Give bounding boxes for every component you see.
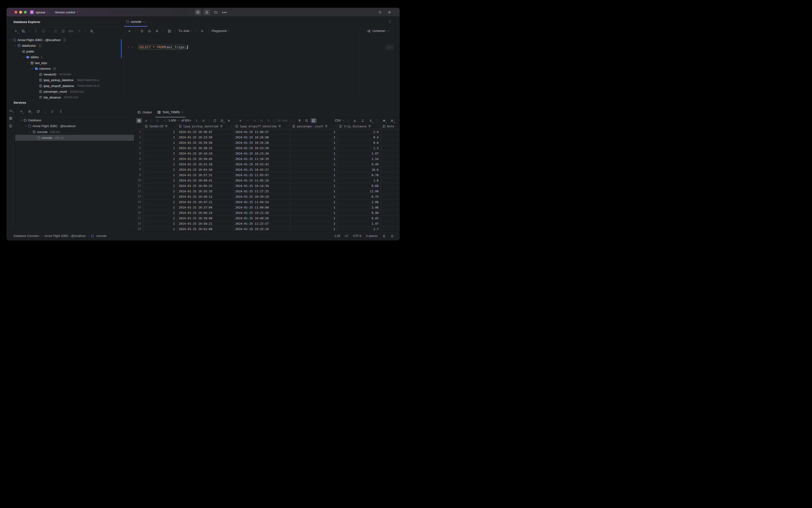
chevron-down-icon[interactable] <box>14 45 16 47</box>
grid-cell[interactable]: 2024-01-25 10:21:26 <box>234 210 291 215</box>
table-row[interactable]: 1722024-01-25 10:39:402024-01-25 10:49:5… <box>135 216 400 221</box>
filter-funnel-icon[interactable] <box>278 125 281 128</box>
grid-cell[interactable]: 2024-01-25 10:58:45 <box>177 156 234 161</box>
table-row[interactable]: 522024-01-25 10:10:242024-01-25 10:23:36… <box>135 151 400 156</box>
find-button[interactable] <box>304 118 310 123</box>
minimize-window-button[interactable] <box>19 11 22 13</box>
tree-item[interactable]: tpep_pickup_datetimeTIMESTAMP(26,6) <box>7 77 122 83</box>
caret-position[interactable]: 1:26 <box>334 234 340 238</box>
grid-cell[interactable]: 2024-01-25 10:40:41 <box>177 178 234 183</box>
code-line[interactable]: 1 SELECT * FROM taxi_trips; <box>123 44 188 50</box>
grid-cell[interactable]: 2024-01-25 11:27:25 <box>234 188 291 194</box>
chevron-down-icon[interactable] <box>25 125 27 127</box>
filter-funnel-icon[interactable] <box>324 125 328 128</box>
tree-item[interactable]: taxi_trips <box>7 60 122 66</box>
table-row[interactable]: 412024-01-25 10:38:322024-01-25 10:53:20… <box>135 145 400 151</box>
grid-cell[interactable]: 1 <box>291 145 337 151</box>
grid-cell[interactable] <box>381 205 400 210</box>
grid-cell[interactable]: 1 <box>143 135 177 140</box>
grid-cell[interactable]: 2 <box>143 221 177 226</box>
grid-cell[interactable]: 1.07 <box>337 151 381 156</box>
table-row[interactable]: 722024-01-25 10:31:282024-01-25 10:55:43… <box>135 162 400 167</box>
grid-cell[interactable]: 2024-01-25 11:03:07 <box>234 172 291 177</box>
code-editor[interactable]: 1 SELECT * FROM taxi_trips; <box>123 35 400 98</box>
view-options-button[interactable] <box>27 109 33 115</box>
grid-column-header[interactable]: Rate <box>381 123 400 129</box>
stop-button[interactable] <box>199 28 205 34</box>
grid-cell[interactable]: 2024-01-25 10:47:21 <box>177 199 234 205</box>
grid-cell[interactable]: 1 <box>291 151 337 156</box>
history-button[interactable] <box>139 28 145 34</box>
table-row[interactable]: 1822024-01-25 10:58:212024-01-25 11:23:5… <box>135 221 400 226</box>
grid-cell[interactable] <box>381 226 400 231</box>
row-number[interactable]: 17 <box>135 216 143 221</box>
grid-cell[interactable]: 1 <box>291 135 337 140</box>
grid-cell[interactable] <box>381 151 400 156</box>
tab-output[interactable]: Output <box>135 107 154 118</box>
table-row[interactable]: 1522024-01-25 10:37:042024-01-25 11:00:0… <box>135 205 400 210</box>
disconnect-button[interactable] <box>40 28 46 34</box>
grid-cell[interactable]: 1 <box>291 162 337 167</box>
grid-cell[interactable]: 1 <box>291 226 337 231</box>
console-settings-button[interactable] <box>154 28 160 34</box>
table-row[interactable]: 112024-01-25 10:36:472024-01-25 11:06:57… <box>135 129 400 135</box>
grid-cell[interactable]: 1 <box>291 178 337 183</box>
grid-cell[interactable] <box>381 140 400 145</box>
run-widget-button[interactable] <box>204 9 210 15</box>
tree-item[interactable]: Arrow Flight JDBC - @localhost <box>15 123 134 129</box>
tree-item[interactable]: tables1 <box>7 54 122 60</box>
table-row[interactable]: 1222024-01-25 10:55:352024-01-25 11:27:2… <box>135 188 400 194</box>
grid-cell[interactable]: 18.6 <box>337 167 381 172</box>
grid-cell[interactable]: 2024-01-25 10:03:50 <box>177 167 234 172</box>
row-number[interactable]: 1 <box>135 129 143 134</box>
tree-item[interactable]: console126 ms <box>15 129 134 135</box>
grid-cell[interactable]: 2 <box>291 221 337 226</box>
grid-cell[interactable]: 2 <box>143 178 177 183</box>
layout-icon[interactable] <box>9 124 12 128</box>
browse-tables-button[interactable] <box>166 28 172 34</box>
grid-cell[interactable] <box>381 216 400 221</box>
grid-column-header[interactable]: tpep_dropoff_datetime <box>234 123 291 129</box>
filter-funnel-icon[interactable] <box>220 125 223 128</box>
row-number[interactable]: 9 <box>135 172 143 177</box>
parameters-button[interactable]: p <box>146 28 152 34</box>
schema-select[interactable]: <schema> <box>367 27 389 35</box>
grid-cell[interactable] <box>381 221 400 226</box>
grid-cell[interactable]: 2024-01-25 11:05:18 <box>234 178 291 183</box>
grid-cell[interactable]: 2024-01-25 11:23:57 <box>234 221 291 226</box>
grid-cell[interactable]: 2024-01-25 10:57:31 <box>177 172 234 177</box>
tree-item[interactable]: VendorIDINTEGER <box>7 72 122 77</box>
expand-all-button[interactable] <box>49 109 55 115</box>
grid-cell[interactable]: 2 <box>143 194 177 199</box>
table-row[interactable]: 912024-01-25 10:57:312024-01-25 11:03:07… <box>135 172 400 178</box>
row-number[interactable]: 6 <box>135 156 143 161</box>
row-number[interactable]: 16 <box>135 210 143 215</box>
export-format-select[interactable]: CSV <box>335 119 344 122</box>
grid-cell[interactable]: 2024-01-25 10:10:24 <box>177 151 234 156</box>
breadcrumb-item[interactable]: Database Consoles <box>13 234 39 238</box>
tx-mode-select[interactable]: Tx: Auto <box>277 119 291 122</box>
search-everywhere-button[interactable] <box>377 9 383 15</box>
filter-funnel-icon[interactable] <box>165 125 168 128</box>
grid-cell[interactable]: 1 <box>291 188 337 194</box>
grid-cell[interactable]: 1 <box>291 210 337 215</box>
grid-cell[interactable]: 1.14 <box>337 156 381 161</box>
indent-setting[interactable]: 4 spaces <box>366 234 378 238</box>
auto-refresh-button[interactable] <box>219 118 225 123</box>
grid-cell[interactable]: 2024-01-25 10:58:21 <box>177 221 234 226</box>
previous-page-button[interactable] <box>162 118 168 123</box>
stop-button[interactable] <box>226 118 232 123</box>
revert-button[interactable] <box>251 118 257 123</box>
grid-cell[interactable]: 1.3 <box>337 145 381 151</box>
tab-console[interactable]: console <box>124 17 147 27</box>
grid-cell[interactable]: 0.8 <box>337 140 381 145</box>
grid-cell[interactable]: 2 <box>291 199 337 205</box>
grid-cell[interactable]: 2024-01-25 10:39:19 <box>234 194 291 199</box>
grid-cell[interactable]: 2024-01-25 10:31:28 <box>177 162 234 167</box>
grid-cell[interactable]: 2024-01-25 10:05:23 <box>177 183 234 188</box>
project-menu[interactable]: spiceai <box>36 8 48 17</box>
grid-cell[interactable]: 2024-01-25 10:30:56 <box>177 140 234 145</box>
grid-cell[interactable]: 2024-01-25 10:14:38 <box>234 183 291 188</box>
tree-item[interactable]: Arrow Flight JDBC - @localhost1 <box>7 37 122 43</box>
grid-settings-button[interactable] <box>389 118 395 123</box>
